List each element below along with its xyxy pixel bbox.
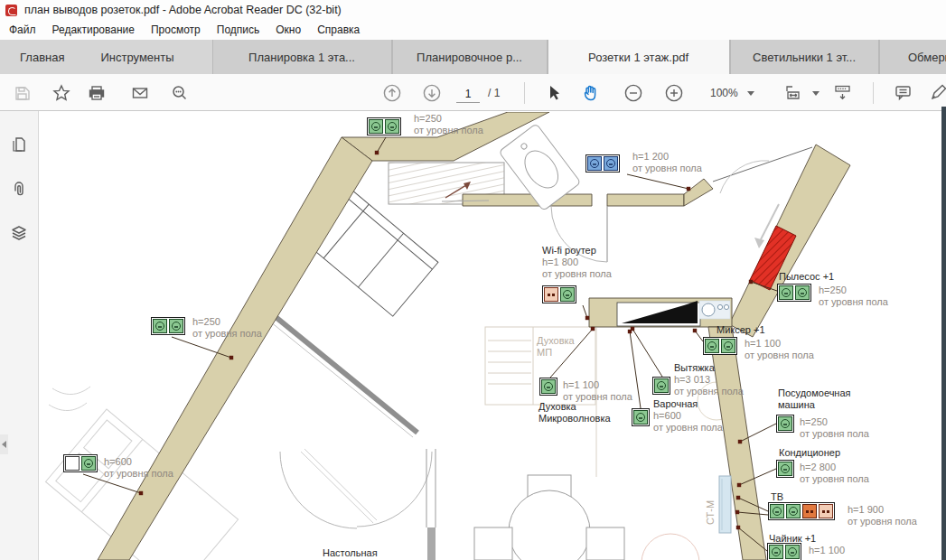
doc-tab-3[interactable]: Светильники 1 эт... xyxy=(730,40,879,74)
zoom-level-label[interactable]: 100% xyxy=(710,87,738,99)
comment-icon[interactable] xyxy=(894,83,913,103)
zoom-out-icon[interactable] xyxy=(623,83,643,103)
main-toolbar: / 1 100% xyxy=(0,74,946,111)
menu-item-1[interactable]: Редактирование xyxy=(52,23,135,36)
zoom-in-icon[interactable] xyxy=(664,83,684,103)
doc-tab-1[interactable]: Планировочное р... xyxy=(392,40,548,74)
menu-item-0[interactable]: Файл xyxy=(9,23,36,36)
page-number-input[interactable] xyxy=(456,85,480,103)
doc-tab-0[interactable]: Планировка 1 эта... xyxy=(212,40,392,74)
fit-width-icon[interactable] xyxy=(784,83,804,103)
tab-bar: Главная Инструменты Планировка 1 эта...П… xyxy=(0,40,946,75)
layers-icon[interactable] xyxy=(9,223,29,243)
title-bar: план выводов розеток.pdf - Adobe Acrobat… xyxy=(0,0,946,20)
page-thumbnails-icon[interactable] xyxy=(9,135,29,154)
pdf-page-canvas[interactable] xyxy=(39,111,941,560)
pane-collapse-handle[interactable] xyxy=(0,434,8,454)
menu-item-2[interactable]: Просмотр xyxy=(151,23,201,36)
tools-pane-edge[interactable] xyxy=(941,107,946,560)
hand-tool-icon[interactable] xyxy=(581,83,601,103)
email-icon[interactable] xyxy=(130,83,150,103)
fit-width-caret-icon[interactable] xyxy=(812,91,820,96)
tab-tools[interactable]: Инструменты xyxy=(84,40,190,74)
menu-item-5[interactable]: Справка xyxy=(317,23,360,36)
page-up-icon[interactable] xyxy=(382,83,402,103)
tab-home[interactable]: Главная xyxy=(4,40,80,74)
menu-item-4[interactable]: Окно xyxy=(276,23,301,36)
page-count-label: / 1 xyxy=(488,87,500,99)
print-icon[interactable] xyxy=(87,83,107,103)
toolbar-collapse-icon[interactable] xyxy=(833,83,853,103)
doc-tab-2[interactable]: Розетки 1 этаж.pdf xyxy=(548,40,730,74)
star-icon[interactable] xyxy=(52,83,71,103)
zoom-caret-icon[interactable] xyxy=(747,91,754,96)
navigation-pane xyxy=(0,111,39,560)
menu-item-3[interactable]: Подпись xyxy=(217,23,260,36)
page-down-icon[interactable] xyxy=(422,83,442,103)
acrobat-pdf-icon xyxy=(5,5,17,16)
save-icon[interactable] xyxy=(13,83,33,103)
doc-tab-4[interactable]: Обмерны xyxy=(879,40,946,74)
select-cursor-icon[interactable] xyxy=(544,83,564,103)
window-title: план выводов розеток.pdf - Adobe Acrobat… xyxy=(24,4,342,16)
fill-sign-icon[interactable] xyxy=(929,83,946,103)
attachments-icon[interactable] xyxy=(9,180,29,200)
search-icon[interactable] xyxy=(170,83,190,103)
menu-bar: ФайлРедактированиеПросмотрПодписьОкноСпр… xyxy=(0,20,946,40)
